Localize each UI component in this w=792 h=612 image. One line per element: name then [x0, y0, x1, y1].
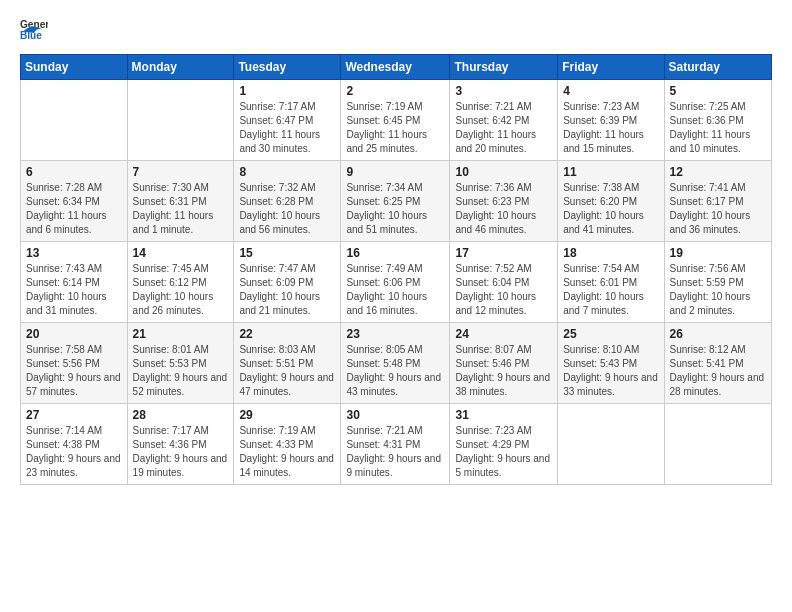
calendar-cell: 20Sunrise: 7:58 AM Sunset: 5:56 PM Dayli…	[21, 323, 128, 404]
day-info: Sunrise: 7:14 AM Sunset: 4:38 PM Dayligh…	[26, 424, 122, 480]
day-info: Sunrise: 7:23 AM Sunset: 6:39 PM Dayligh…	[563, 100, 658, 156]
day-number: 18	[563, 246, 658, 260]
calendar-table: SundayMondayTuesdayWednesdayThursdayFrid…	[20, 54, 772, 485]
day-info: Sunrise: 7:45 AM Sunset: 6:12 PM Dayligh…	[133, 262, 229, 318]
day-number: 2	[346, 84, 444, 98]
day-number: 13	[26, 246, 122, 260]
calendar-cell	[664, 404, 771, 485]
day-info: Sunrise: 8:07 AM Sunset: 5:46 PM Dayligh…	[455, 343, 552, 399]
day-info: Sunrise: 7:43 AM Sunset: 6:14 PM Dayligh…	[26, 262, 122, 318]
day-number: 7	[133, 165, 229, 179]
calendar-cell: 26Sunrise: 8:12 AM Sunset: 5:41 PM Dayli…	[664, 323, 771, 404]
weekday-header: Tuesday	[234, 55, 341, 80]
page: General Blue SundayMondayTuesdayWednesda…	[0, 0, 792, 501]
day-number: 31	[455, 408, 552, 422]
day-info: Sunrise: 7:38 AM Sunset: 6:20 PM Dayligh…	[563, 181, 658, 237]
logo-icon: General Blue	[20, 16, 48, 44]
calendar-cell: 8Sunrise: 7:32 AM Sunset: 6:28 PM Daylig…	[234, 161, 341, 242]
calendar-cell: 7Sunrise: 7:30 AM Sunset: 6:31 PM Daylig…	[127, 161, 234, 242]
calendar-week-row: 20Sunrise: 7:58 AM Sunset: 5:56 PM Dayli…	[21, 323, 772, 404]
day-info: Sunrise: 7:23 AM Sunset: 4:29 PM Dayligh…	[455, 424, 552, 480]
day-number: 28	[133, 408, 229, 422]
calendar-cell: 2Sunrise: 7:19 AM Sunset: 6:45 PM Daylig…	[341, 80, 450, 161]
day-info: Sunrise: 7:17 AM Sunset: 6:47 PM Dayligh…	[239, 100, 335, 156]
calendar-cell: 5Sunrise: 7:25 AM Sunset: 6:36 PM Daylig…	[664, 80, 771, 161]
calendar-cell: 17Sunrise: 7:52 AM Sunset: 6:04 PM Dayli…	[450, 242, 558, 323]
day-info: Sunrise: 8:01 AM Sunset: 5:53 PM Dayligh…	[133, 343, 229, 399]
day-number: 14	[133, 246, 229, 260]
day-info: Sunrise: 7:47 AM Sunset: 6:09 PM Dayligh…	[239, 262, 335, 318]
calendar-week-row: 6Sunrise: 7:28 AM Sunset: 6:34 PM Daylig…	[21, 161, 772, 242]
day-info: Sunrise: 7:21 AM Sunset: 6:42 PM Dayligh…	[455, 100, 552, 156]
calendar-cell	[558, 404, 664, 485]
day-info: Sunrise: 8:10 AM Sunset: 5:43 PM Dayligh…	[563, 343, 658, 399]
day-number: 15	[239, 246, 335, 260]
day-number: 16	[346, 246, 444, 260]
svg-text:Blue: Blue	[20, 30, 42, 41]
weekday-header: Friday	[558, 55, 664, 80]
weekday-header: Sunday	[21, 55, 128, 80]
calendar-cell	[127, 80, 234, 161]
day-info: Sunrise: 7:36 AM Sunset: 6:23 PM Dayligh…	[455, 181, 552, 237]
calendar-cell: 18Sunrise: 7:54 AM Sunset: 6:01 PM Dayli…	[558, 242, 664, 323]
calendar-cell: 6Sunrise: 7:28 AM Sunset: 6:34 PM Daylig…	[21, 161, 128, 242]
calendar-cell: 28Sunrise: 7:17 AM Sunset: 4:36 PM Dayli…	[127, 404, 234, 485]
day-number: 10	[455, 165, 552, 179]
calendar-cell: 3Sunrise: 7:21 AM Sunset: 6:42 PM Daylig…	[450, 80, 558, 161]
calendar-cell: 9Sunrise: 7:34 AM Sunset: 6:25 PM Daylig…	[341, 161, 450, 242]
day-number: 20	[26, 327, 122, 341]
day-info: Sunrise: 7:25 AM Sunset: 6:36 PM Dayligh…	[670, 100, 766, 156]
day-number: 22	[239, 327, 335, 341]
day-info: Sunrise: 8:12 AM Sunset: 5:41 PM Dayligh…	[670, 343, 766, 399]
day-number: 27	[26, 408, 122, 422]
day-info: Sunrise: 7:54 AM Sunset: 6:01 PM Dayligh…	[563, 262, 658, 318]
day-info: Sunrise: 7:32 AM Sunset: 6:28 PM Dayligh…	[239, 181, 335, 237]
day-number: 26	[670, 327, 766, 341]
calendar-week-row: 27Sunrise: 7:14 AM Sunset: 4:38 PM Dayli…	[21, 404, 772, 485]
day-number: 24	[455, 327, 552, 341]
calendar-cell: 14Sunrise: 7:45 AM Sunset: 6:12 PM Dayli…	[127, 242, 234, 323]
day-number: 1	[239, 84, 335, 98]
day-info: Sunrise: 7:19 AM Sunset: 6:45 PM Dayligh…	[346, 100, 444, 156]
calendar-week-row: 13Sunrise: 7:43 AM Sunset: 6:14 PM Dayli…	[21, 242, 772, 323]
day-number: 19	[670, 246, 766, 260]
calendar-cell: 21Sunrise: 8:01 AM Sunset: 5:53 PM Dayli…	[127, 323, 234, 404]
calendar-cell: 22Sunrise: 8:03 AM Sunset: 5:51 PM Dayli…	[234, 323, 341, 404]
day-info: Sunrise: 7:58 AM Sunset: 5:56 PM Dayligh…	[26, 343, 122, 399]
calendar-cell: 12Sunrise: 7:41 AM Sunset: 6:17 PM Dayli…	[664, 161, 771, 242]
day-info: Sunrise: 7:21 AM Sunset: 4:31 PM Dayligh…	[346, 424, 444, 480]
day-number: 8	[239, 165, 335, 179]
calendar-cell: 16Sunrise: 7:49 AM Sunset: 6:06 PM Dayli…	[341, 242, 450, 323]
day-number: 21	[133, 327, 229, 341]
weekday-header-row: SundayMondayTuesdayWednesdayThursdayFrid…	[21, 55, 772, 80]
day-number: 6	[26, 165, 122, 179]
day-number: 9	[346, 165, 444, 179]
calendar-cell: 24Sunrise: 8:07 AM Sunset: 5:46 PM Dayli…	[450, 323, 558, 404]
day-info: Sunrise: 7:28 AM Sunset: 6:34 PM Dayligh…	[26, 181, 122, 237]
calendar-cell: 4Sunrise: 7:23 AM Sunset: 6:39 PM Daylig…	[558, 80, 664, 161]
calendar-cell: 10Sunrise: 7:36 AM Sunset: 6:23 PM Dayli…	[450, 161, 558, 242]
day-info: Sunrise: 8:03 AM Sunset: 5:51 PM Dayligh…	[239, 343, 335, 399]
day-number: 5	[670, 84, 766, 98]
calendar-cell	[21, 80, 128, 161]
calendar-cell: 15Sunrise: 7:47 AM Sunset: 6:09 PM Dayli…	[234, 242, 341, 323]
calendar-cell: 30Sunrise: 7:21 AM Sunset: 4:31 PM Dayli…	[341, 404, 450, 485]
day-number: 17	[455, 246, 552, 260]
day-info: Sunrise: 7:41 AM Sunset: 6:17 PM Dayligh…	[670, 181, 766, 237]
weekday-header: Wednesday	[341, 55, 450, 80]
calendar-cell: 11Sunrise: 7:38 AM Sunset: 6:20 PM Dayli…	[558, 161, 664, 242]
day-info: Sunrise: 7:34 AM Sunset: 6:25 PM Dayligh…	[346, 181, 444, 237]
day-info: Sunrise: 7:30 AM Sunset: 6:31 PM Dayligh…	[133, 181, 229, 237]
calendar-cell: 13Sunrise: 7:43 AM Sunset: 6:14 PM Dayli…	[21, 242, 128, 323]
calendar-cell: 1Sunrise: 7:17 AM Sunset: 6:47 PM Daylig…	[234, 80, 341, 161]
day-info: Sunrise: 7:19 AM Sunset: 4:33 PM Dayligh…	[239, 424, 335, 480]
calendar-cell: 23Sunrise: 8:05 AM Sunset: 5:48 PM Dayli…	[341, 323, 450, 404]
day-info: Sunrise: 7:17 AM Sunset: 4:36 PM Dayligh…	[133, 424, 229, 480]
calendar-cell: 31Sunrise: 7:23 AM Sunset: 4:29 PM Dayli…	[450, 404, 558, 485]
weekday-header: Saturday	[664, 55, 771, 80]
calendar-week-row: 1Sunrise: 7:17 AM Sunset: 6:47 PM Daylig…	[21, 80, 772, 161]
calendar-cell: 19Sunrise: 7:56 AM Sunset: 5:59 PM Dayli…	[664, 242, 771, 323]
calendar-cell: 27Sunrise: 7:14 AM Sunset: 4:38 PM Dayli…	[21, 404, 128, 485]
header: General Blue	[20, 16, 772, 44]
day-info: Sunrise: 7:56 AM Sunset: 5:59 PM Dayligh…	[670, 262, 766, 318]
